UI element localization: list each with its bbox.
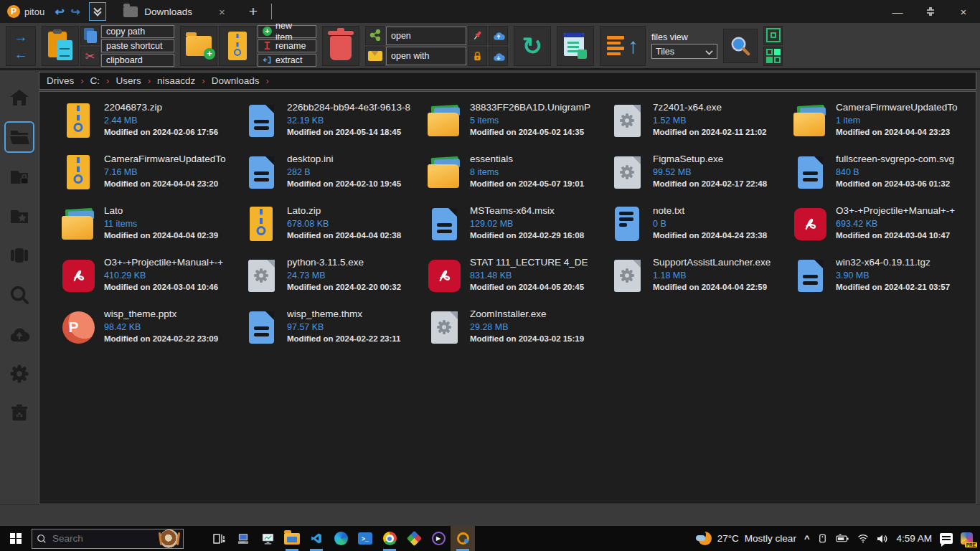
taskbar-powershell-icon[interactable]: >_ (353, 526, 377, 551)
taskbar-monitor-icon[interactable] (255, 526, 280, 551)
taskbar-chrome-icon[interactable] (377, 526, 402, 551)
file-tile[interactable]: SupportAssistLauncher.exe 1.18 MB Modifi… (610, 256, 793, 308)
file-tile[interactable]: 226bb284-bb94-4e3f-9613-8 32.19 KB Modif… (244, 101, 427, 153)
breadcrumb-item-drive-c[interactable]: C: (90, 75, 100, 86)
file-tile[interactable]: CameraFirmwareUpdatedTo 1 item Modified … (793, 101, 976, 153)
file-tile[interactable]: 38833FF26BA1D.UnigramP 5 items Modified … (427, 101, 610, 153)
copy-cut-column: ✂ (80, 26, 100, 66)
file-tile[interactable]: note.txt 0 B Modified on 2024-04-24 23:3… (610, 204, 793, 256)
breadcrumb-item-drives[interactable]: Drives (47, 75, 74, 86)
new-folder-button[interactable] (180, 26, 217, 66)
tab-list-dropdown-button[interactable] (89, 2, 106, 21)
paste-shortcut-button[interactable]: paste shortcut (101, 39, 174, 52)
taskbar-remote-pc-icon[interactable] (231, 526, 255, 551)
invert-selection-button[interactable] (763, 47, 783, 66)
select-all-button[interactable] (763, 26, 783, 45)
sidebar-item-files[interactable] (4, 121, 34, 153)
forward-button[interactable]: → (14, 30, 28, 44)
compress-button[interactable] (219, 26, 256, 66)
sort-button[interactable]: ↑ (600, 26, 646, 66)
file-tile[interactable]: CameraFirmwareUpdatedTo 7.16 MB Modified… (61, 153, 244, 204)
file-tile[interactable]: Lato.zip 678.08 KB Modified on 2024-04-0… (244, 204, 427, 256)
sidebar-item-search[interactable] (4, 279, 34, 311)
extract-button[interactable]: extract (258, 54, 316, 67)
file-tile[interactable]: python-3.11.5.exe 24.73 MB Modified on 2… (244, 256, 427, 308)
file-tile[interactable]: O3+-+Projectile+Manual+-+ 410.29 KB Modi… (61, 256, 244, 308)
share-button[interactable] (365, 26, 385, 45)
taskbar-task-view-icon[interactable] (207, 526, 231, 551)
sidebar-item-library[interactable] (4, 240, 34, 271)
redo-button[interactable]: ↪ (67, 5, 83, 19)
delete-button[interactable] (322, 26, 359, 66)
breadcrumb-item-user[interactable]: nisaacdz (157, 75, 195, 86)
file-tile[interactable]: FigmaSetup.exe 99.52 MB Modified on 2024… (610, 153, 793, 204)
sidebar-item-favorites[interactable] (4, 200, 34, 232)
file-tile[interactable]: Lato 11 items Modified on 2024-04-04 02:… (61, 204, 244, 256)
taskbar-file-explorer-icon[interactable] (280, 526, 304, 551)
mail-button[interactable] (365, 47, 385, 66)
file-tile[interactable]: STAT 111_LECTURE 4_DE 831.48 KB Modified… (427, 256, 610, 308)
breadcrumb-item-downloads[interactable]: Downloads (212, 75, 260, 86)
file-tile[interactable]: wisp_theme.pptx 98.42 KB Modified on 202… (61, 308, 244, 359)
cloud-upload-button[interactable] (489, 26, 508, 45)
volume-icon[interactable] (877, 534, 888, 544)
notification-icon[interactable] (940, 533, 953, 544)
cloud-download-button[interactable] (489, 47, 508, 66)
taskbar-media-player-icon[interactable]: ▶ (426, 526, 451, 551)
lock-button[interactable] (468, 47, 487, 66)
tab-close-icon[interactable]: × (219, 6, 225, 18)
open-button[interactable]: open (386, 27, 466, 45)
file-tile[interactable]: win32-x64-0.19.11.tgz 3.90 MB Modified o… (793, 256, 976, 308)
file-tile[interactable]: wisp_theme.thmx 97.57 KB Modified on 202… (244, 308, 427, 359)
phone-link-icon[interactable] (817, 533, 828, 544)
weather-widget[interactable]: 27°C Mostly clear (696, 531, 796, 547)
restore-button[interactable] (914, 0, 947, 23)
taskbar-edge-icon[interactable] (329, 526, 353, 551)
rename-button[interactable]: rename (258, 39, 316, 52)
file-tile[interactable]: 7z2401-x64.exe 1.52 MB Modified on 2024-… (610, 101, 793, 153)
clock[interactable]: 4:59 AM (896, 533, 932, 544)
new-item-button[interactable]: new item (258, 25, 316, 38)
new-tab-button[interactable]: + (244, 3, 263, 20)
breadcrumb-item-users[interactable]: Users (116, 75, 141, 86)
minimize-button[interactable]: — (881, 0, 914, 23)
taskbar-pitou-icon[interactable] (451, 526, 475, 551)
sidebar-item-home[interactable] (4, 82, 34, 113)
sidebar-item-locked[interactable] (4, 161, 34, 192)
close-button[interactable]: × (947, 0, 980, 23)
tab-downloads[interactable]: Downloads × (119, 0, 230, 23)
file-tile[interactable]: O3+-+Projectile+Manual+-+ 693.42 KB Modi… (793, 204, 976, 256)
back-button[interactable]: ← (14, 47, 28, 61)
file-tile[interactable]: desktop.ini 282 B Modified on 2024-02-10… (244, 153, 427, 204)
taskbar-vscode-icon[interactable] (304, 526, 329, 551)
copy-button[interactable] (80, 26, 100, 45)
search-input[interactable] (52, 533, 154, 544)
search-highlight-image[interactable] (160, 529, 179, 548)
battery-icon[interactable] (836, 534, 849, 543)
clipboard-button[interactable]: clipboard (101, 54, 174, 67)
paste-button[interactable] (42, 26, 79, 66)
file-tile[interactable]: fullscreen-svgrepo-com.svg 840 B Modifie… (793, 153, 976, 204)
cut-button[interactable]: ✂ (80, 47, 100, 66)
file-tile[interactable]: ZoomInstaller.exe 29.28 MB Modified on 2… (427, 308, 610, 359)
file-tile[interactable]: MSTeams-x64.msix 129.02 MB Modified on 2… (427, 204, 610, 256)
pin-button[interactable] (468, 26, 487, 45)
refresh-button[interactable]: ↻ (514, 26, 551, 66)
copy-path-button[interactable]: copy path (101, 25, 174, 38)
taskbar-color-app-icon[interactable] (402, 526, 426, 551)
start-button[interactable] (0, 526, 32, 551)
taskbar-search-box[interactable] (32, 529, 184, 549)
open-with-button[interactable]: open with (386, 47, 466, 65)
properties-button[interactable] (557, 26, 594, 66)
sidebar-item-cloud[interactable] (4, 319, 34, 350)
sidebar-item-recycle-bin[interactable] (4, 397, 34, 429)
file-tile[interactable]: 22046873.zip 2.44 MB Modified on 2024-02… (61, 101, 244, 153)
undo-button[interactable]: ↩ (52, 5, 67, 19)
file-tile[interactable]: essentials 8 items Modified on 2024-05-0… (427, 153, 610, 204)
search-button[interactable] (723, 29, 758, 63)
wifi-icon[interactable] (857, 534, 869, 543)
tray-chevron-up-icon[interactable]: ^ (804, 533, 810, 544)
sidebar-item-settings[interactable] (4, 358, 34, 390)
insider-preview-icon[interactable]: PRE (961, 532, 973, 545)
files-view-select[interactable]: Tiles (651, 44, 717, 59)
